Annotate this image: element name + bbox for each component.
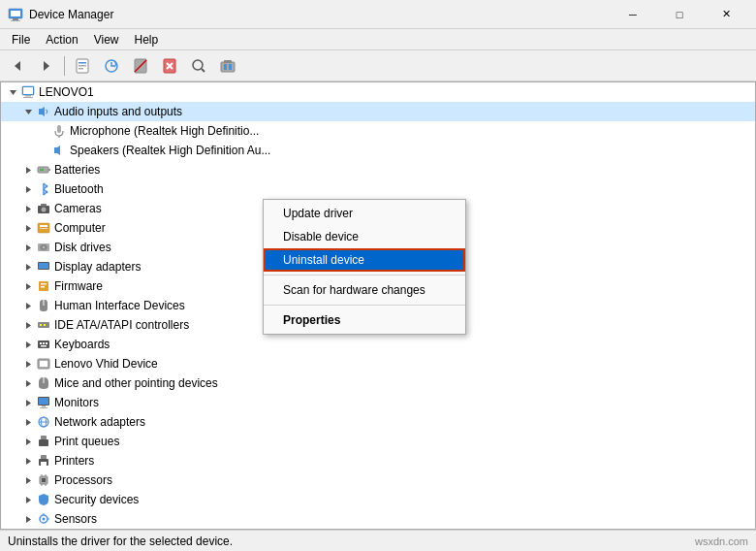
menu-item-help[interactable]: Help	[127, 31, 167, 49]
close-button[interactable]: ✕	[704, 0, 748, 29]
svg-point-53	[43, 246, 45, 248]
status-brand: wsxdn.com	[695, 535, 748, 547]
main-area: LENOVO1 Audio inputs and outputsMicropho…	[0, 81, 756, 530]
expand-icon-network[interactable]	[20, 414, 36, 430]
back-button[interactable]	[4, 53, 31, 79]
expand-icon-displayadapters[interactable]	[20, 259, 36, 275]
item-label-hid: Human Interface Devices	[54, 299, 185, 312]
expand-icon-security[interactable]	[20, 492, 36, 507]
menu-bar: FileActionViewHelp	[0, 29, 756, 50]
expand-icon-keyboards[interactable]	[20, 337, 36, 352]
svg-rect-97	[42, 478, 46, 482]
device-icon-displayadapters	[36, 259, 51, 275]
context-menu-separator	[264, 275, 465, 276]
expand-icon-lenovovhid[interactable]	[20, 356, 36, 372]
expand-icon-processors[interactable]	[20, 472, 36, 488]
tree-item-processors[interactable]: Processors	[1, 470, 755, 490]
expand-icon-cameras[interactable]	[20, 201, 36, 216]
properties-button[interactable]	[69, 53, 96, 79]
menu-item-action[interactable]: Action	[38, 31, 85, 49]
expand-icon-batteries[interactable]	[20, 162, 36, 178]
device-icon-sensors	[36, 511, 51, 527]
context-menu-item-update-driver[interactable]: Update driver	[264, 202, 465, 225]
device-icon-security	[36, 492, 51, 507]
tree-item-speakers[interactable]: Speakers (Realtek High Definition Au...	[1, 141, 755, 160]
svg-marker-91	[26, 458, 31, 465]
svg-rect-18	[221, 62, 235, 72]
tree-item-printers[interactable]: Printers	[1, 451, 755, 470]
item-label-keyboards: Keyboards	[54, 338, 110, 351]
toolbar-separator-1	[64, 56, 65, 76]
expand-icon-mice[interactable]	[20, 375, 36, 391]
svg-rect-82	[42, 405, 46, 407]
expand-icon-audio[interactable]	[20, 104, 36, 119]
svg-rect-76	[40, 361, 47, 367]
tree-item-network[interactable]: Network adapters	[1, 412, 755, 432]
device-icon-printqueues	[36, 434, 51, 449]
item-label-firmware: Firmware	[54, 279, 103, 293]
svg-marker-61	[26, 303, 31, 309]
context-menu-item-disable-device[interactable]: Disable device	[264, 225, 465, 248]
svg-marker-68	[26, 341, 31, 348]
minimize-button[interactable]: ─	[611, 0, 655, 29]
svg-rect-93	[41, 455, 47, 459]
expand-icon-bluetooth[interactable]	[20, 181, 36, 197]
svg-marker-64	[26, 322, 31, 329]
add-hardware-button[interactable]	[214, 53, 241, 79]
window-controls: ─ □ ✕	[611, 0, 748, 29]
tree-item-mice[interactable]: Mice and other pointing devices	[1, 373, 755, 393]
tree-item-lenovo1[interactable]: LENOVO1	[1, 82, 755, 102]
tree-item-sensors[interactable]: Sensors	[1, 509, 755, 529]
svg-marker-103	[26, 516, 31, 523]
tree-item-batteries[interactable]: Batteries	[1, 160, 755, 179]
svg-rect-3	[11, 20, 20, 21]
svg-rect-21	[229, 64, 232, 70]
menu-item-view[interactable]: View	[86, 31, 127, 49]
app-title: Device Manager	[29, 8, 113, 21]
disable-button[interactable]	[127, 53, 154, 79]
expand-icon-ide[interactable]	[20, 317, 36, 333]
item-label-lenovovhid: Lenovo Vhid Device	[54, 357, 158, 371]
expand-icon-printers[interactable]	[20, 453, 36, 469]
title-bar: Device Manager ─ □ ✕	[0, 0, 756, 29]
tree-item-security[interactable]: Security devices	[1, 490, 755, 509]
tree-item-software[interactable]: Software devices	[1, 529, 755, 530]
menu-item-file[interactable]: File	[4, 31, 38, 49]
context-menu-item-scan-changes[interactable]: Scan for hardware changes	[264, 278, 465, 302]
expand-icon-diskdrives[interactable]	[20, 240, 36, 255]
expand-icon-firmware[interactable]	[20, 278, 36, 294]
expand-icon-computer[interactable]	[20, 220, 36, 236]
context-menu-item-properties[interactable]: Properties	[264, 308, 465, 332]
device-tree[interactable]: LENOVO1 Audio inputs and outputsMicropho…	[0, 81, 756, 530]
item-label-mice: Mice and other pointing devices	[54, 376, 218, 390]
expand-icon-printqueues[interactable]	[20, 434, 36, 449]
tree-item-monitors[interactable]: Monitors	[1, 393, 755, 412]
device-icon-ide	[36, 317, 51, 333]
tree-item-audio[interactable]: Audio inputs and outputs	[1, 102, 755, 121]
tree-item-lenovovhid[interactable]: Lenovo Vhid Device	[1, 354, 755, 373]
expand-icon-sensors[interactable]	[20, 511, 36, 527]
forward-button[interactable]	[33, 53, 60, 79]
item-label-computer: Computer	[54, 221, 106, 235]
expand-icon-monitors[interactable]	[20, 395, 36, 410]
device-icon-printers	[36, 453, 51, 469]
expand-icon-hid[interactable]	[20, 298, 36, 313]
tree-item-microphone[interactable]: Microphone (Realtek High Definitio...	[1, 121, 755, 141]
item-label-microphone: Microphone (Realtek High Definitio...	[70, 124, 259, 138]
svg-point-44	[42, 208, 47, 212]
tree-item-keyboards[interactable]: Keyboards	[1, 335, 755, 354]
svg-marker-54	[26, 264, 31, 271]
item-label-network: Network adapters	[54, 415, 145, 429]
item-label-sensors: Sensors	[54, 512, 97, 526]
expand-icon-microphone	[36, 123, 51, 139]
uninstall-button[interactable]	[156, 53, 183, 79]
expand-icon-lenovo1[interactable]	[5, 84, 20, 100]
update-driver-button[interactable]	[98, 53, 125, 79]
svg-rect-29	[57, 125, 61, 133]
svg-rect-48	[40, 225, 47, 227]
context-menu-item-uninstall-device[interactable]: Uninstall device	[264, 248, 465, 272]
maximize-button[interactable]: □	[657, 0, 702, 29]
scan-button[interactable]	[185, 53, 212, 79]
tree-item-printqueues[interactable]: Print queues	[1, 432, 755, 451]
tree-item-bluetooth[interactable]: Bluetooth	[1, 179, 755, 199]
